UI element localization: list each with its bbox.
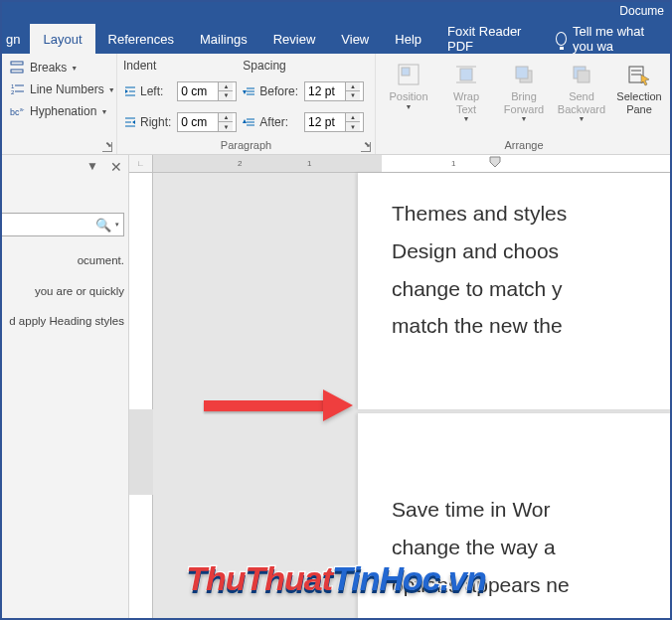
lightbulb-icon [556, 32, 567, 46]
indent-left-input[interactable]: ▲▼ [177, 81, 237, 101]
ribbon-tabs: gn Layout References Mailings Review Vie… [0, 24, 672, 54]
svg-text:2: 2 [11, 89, 15, 95]
chevron-down-icon[interactable]: ▾ [115, 221, 119, 229]
search-icon: 🔍 [95, 218, 111, 232]
position-button[interactable]: Position▼ [382, 58, 435, 136]
tab-references[interactable]: References [95, 24, 187, 54]
indent-heading: Indent [123, 59, 237, 73]
first-line-indent-marker[interactable] [489, 156, 501, 172]
watermark-logo: ThuThuatTinHoc.vn [186, 559, 486, 598]
title-bar: Docume [0, 0, 672, 24]
svg-marker-11 [125, 89, 128, 93]
chevron-down-icon: ▼ [521, 115, 528, 122]
document-title: Docume [619, 4, 664, 18]
page-setup-launcher[interactable] [102, 142, 112, 152]
send-backward-icon [566, 61, 597, 88]
arrange-group-label: Arrange [504, 139, 543, 151]
spin-up[interactable]: ▲ [346, 113, 360, 122]
tab-mailings[interactable]: Mailings [187, 24, 260, 54]
chevron-down-icon: ▼ [100, 108, 107, 115]
nav-dropdown-icon[interactable]: ▼ [86, 159, 98, 175]
indent-left-icon [123, 84, 137, 98]
spin-up[interactable]: ▲ [219, 82, 233, 91]
tab-view[interactable]: View [328, 24, 382, 54]
tab-help[interactable]: Help [382, 24, 434, 54]
nav-close-icon[interactable]: ✕ [110, 159, 122, 175]
svg-text:a-: a- [20, 106, 25, 112]
spacing-before-input[interactable]: ▲▼ [304, 81, 364, 101]
tab-review[interactable]: Review [260, 24, 329, 54]
bring-forward-icon [508, 61, 540, 88]
paragraph-group-label: Paragraph [221, 139, 271, 151]
spacing-before-icon [243, 84, 256, 98]
vertical-ruler[interactable] [129, 173, 153, 409]
indent-right-input[interactable]: ▲▼ [177, 112, 237, 132]
group-page-setup: Breaks ▼ 12 Line Numbers ▼ bca- Hyphenat… [0, 54, 117, 154]
indent-right-icon [123, 115, 137, 129]
hyphenation-icon: bca- [10, 103, 26, 119]
svg-marker-19 [132, 120, 135, 124]
wrap-text-icon [450, 61, 482, 88]
send-backward-button[interactable]: Send Backward▼ [555, 58, 608, 136]
paragraph-launcher[interactable] [361, 142, 371, 152]
spin-down[interactable]: ▼ [346, 122, 360, 131]
tell-me-label: Tell me what you wa [573, 24, 659, 54]
group-arrange: Position▼ Wrap Text▼ Bring Forward▼ Send… [376, 54, 672, 154]
bring-forward-button[interactable]: Bring Forward▼ [497, 58, 551, 136]
indent-right-label: Right: [123, 115, 171, 129]
chevron-down-icon: ▼ [463, 115, 470, 122]
group-paragraph: Indent Spacing Left: ▲▼ Before: ▲▼ Right… [117, 54, 376, 154]
tell-me-search[interactable]: Tell me what you wa [543, 24, 672, 54]
svg-rect-30 [516, 67, 528, 78]
chevron-down-icon: ▼ [108, 86, 115, 93]
selection-pane-icon [623, 61, 655, 88]
tab-foxit[interactable]: Foxit Reader PDF [434, 24, 539, 54]
line-numbers-label: Line Numbers [30, 82, 104, 96]
breaks-icon [10, 60, 26, 76]
breaks-button[interactable]: Breaks ▼ [6, 58, 110, 78]
spacing-after-input[interactable]: ▲▼ [304, 112, 364, 132]
ruler-corner: ∟ [129, 155, 153, 173]
svg-rect-25 [402, 68, 410, 76]
navigation-search[interactable]: 🔍 ▾ [0, 213, 124, 236]
annotation-arrow [204, 393, 353, 417]
svg-text:bc: bc [10, 107, 20, 117]
svg-rect-0 [11, 62, 23, 65]
spin-down[interactable]: ▼ [219, 91, 233, 100]
spacing-after-icon [243, 115, 256, 129]
spin-up[interactable]: ▲ [346, 82, 360, 91]
breaks-label: Breaks [30, 61, 67, 75]
spin-down[interactable]: ▼ [346, 91, 360, 100]
hyphenation-label: Hyphenation [30, 104, 96, 118]
svg-rect-26 [460, 69, 472, 80]
hyphenation-button[interactable]: bca- Hyphenation ▼ [6, 101, 110, 121]
chevron-down-icon: ▼ [406, 103, 413, 110]
document-page[interactable]: Themes and styles Design and choos chang… [358, 173, 672, 409]
navigation-pane: ▼ ✕ 🔍 ▾ ocument. you are or quickly d ap… [0, 155, 129, 620]
indent-left-label: Left: [123, 84, 171, 98]
line-numbers-button[interactable]: 12 Line Numbers ▼ [6, 79, 110, 99]
spin-up[interactable]: ▲ [219, 113, 233, 122]
svg-marker-15 [243, 90, 247, 94]
navigation-headings: ocument. you are or quickly d apply Head… [0, 236, 128, 332]
wrap-text-button[interactable]: Wrap Text▼ [439, 58, 493, 136]
svg-marker-23 [243, 119, 247, 123]
svg-marker-36 [641, 75, 649, 85]
spin-down[interactable]: ▼ [219, 122, 233, 131]
svg-marker-37 [490, 157, 500, 167]
ribbon-body: Breaks ▼ 12 Line Numbers ▼ bca- Hyphenat… [0, 54, 672, 155]
chevron-down-icon: ▼ [579, 115, 586, 122]
selection-pane-button[interactable]: Selection Pane [612, 58, 666, 136]
horizontal-ruler[interactable]: 2 1 1 [153, 155, 672, 173]
spacing-heading: Spacing [243, 59, 364, 73]
position-icon [393, 61, 424, 88]
tab-design-fragment[interactable]: gn [0, 24, 30, 54]
spacing-after-label: After: [243, 115, 298, 129]
line-numbers-icon: 12 [10, 81, 26, 97]
spacing-before-label: Before: [243, 84, 298, 98]
svg-rect-32 [578, 71, 589, 82]
tab-layout[interactable]: Layout [30, 24, 94, 54]
document-area[interactable]: ∟ 2 1 1 Themes and styles Design and cho… [129, 155, 672, 620]
svg-rect-1 [11, 70, 23, 73]
chevron-down-icon: ▼ [71, 65, 78, 72]
